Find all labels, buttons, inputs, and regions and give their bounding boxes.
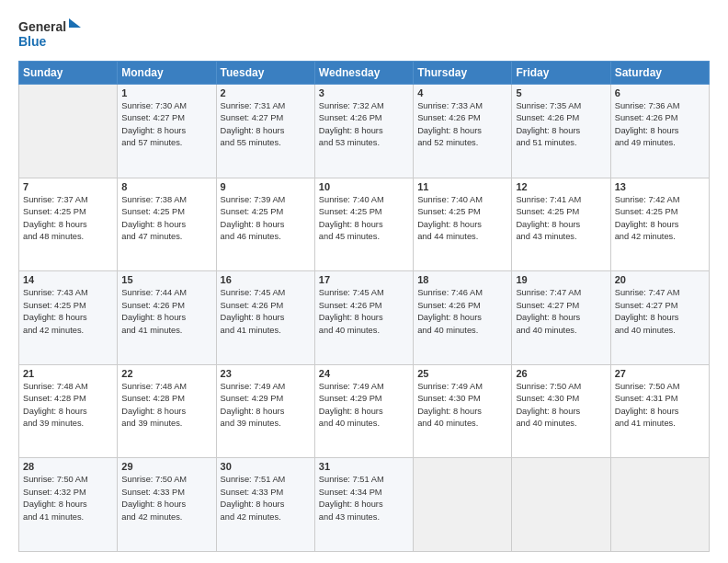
- weekday-header-tuesday: Tuesday: [216, 62, 314, 85]
- day-number: 28: [23, 461, 113, 472]
- calendar-cell: 27Sunrise: 7:50 AM Sunset: 4:31 PM Dayli…: [610, 364, 709, 458]
- cell-content: Sunrise: 7:47 AM Sunset: 4:27 PM Dayligh…: [516, 287, 606, 337]
- day-number: 21: [23, 368, 113, 379]
- calendar-week-1: 1Sunrise: 7:30 AM Sunset: 4:27 PM Daylig…: [19, 85, 710, 178]
- day-number: 26: [516, 368, 606, 379]
- cell-content: Sunrise: 7:49 AM Sunset: 4:29 PM Dayligh…: [319, 381, 409, 431]
- calendar-cell: 20Sunrise: 7:47 AM Sunset: 4:27 PM Dayli…: [610, 271, 709, 365]
- day-number: 9: [221, 181, 311, 192]
- day-number: 17: [319, 274, 409, 285]
- svg-marker-0: [69, 18, 81, 28]
- cell-content: Sunrise: 7:31 AM Sunset: 4:27 PM Dayligh…: [221, 100, 311, 150]
- day-number: 12: [516, 181, 606, 192]
- day-number: 20: [615, 274, 705, 285]
- calendar-table: SundayMondayTuesdayWednesdayThursdayFrid…: [18, 61, 710, 552]
- cell-content: Sunrise: 7:45 AM Sunset: 4:26 PM Dayligh…: [221, 287, 311, 337]
- calendar-week-4: 21Sunrise: 7:48 AM Sunset: 4:28 PM Dayli…: [19, 364, 710, 458]
- day-number: 15: [121, 274, 211, 285]
- calendar-cell: 17Sunrise: 7:45 AM Sunset: 4:26 PM Dayli…: [314, 271, 413, 365]
- calendar-cell: 14Sunrise: 7:43 AM Sunset: 4:25 PM Dayli…: [19, 271, 118, 365]
- weekday-header-friday: Friday: [512, 62, 610, 85]
- day-number: 10: [319, 181, 409, 192]
- cell-content: Sunrise: 7:51 AM Sunset: 4:33 PM Dayligh…: [221, 474, 311, 523]
- day-number: 19: [516, 274, 606, 285]
- cell-content: Sunrise: 7:49 AM Sunset: 4:30 PM Dayligh…: [417, 381, 507, 431]
- weekday-header-wednesday: Wednesday: [314, 62, 413, 85]
- day-number: 4: [417, 87, 507, 98]
- day-number: 8: [121, 181, 211, 192]
- calendar-cell: [19, 85, 118, 178]
- calendar-cell: 24Sunrise: 7:49 AM Sunset: 4:29 PM Dayli…: [314, 364, 413, 458]
- calendar-cell: 13Sunrise: 7:42 AM Sunset: 4:25 PM Dayli…: [610, 178, 709, 271]
- calendar-cell: 16Sunrise: 7:45 AM Sunset: 4:26 PM Dayli…: [216, 271, 314, 365]
- svg-text:General: General: [18, 19, 66, 34]
- weekday-header-monday: Monday: [118, 62, 216, 85]
- cell-content: Sunrise: 7:30 AM Sunset: 4:27 PM Dayligh…: [121, 100, 211, 150]
- cell-content: Sunrise: 7:41 AM Sunset: 4:25 PM Dayligh…: [516, 194, 606, 244]
- calendar-cell: 28Sunrise: 7:50 AM Sunset: 4:32 PM Dayli…: [19, 458, 118, 552]
- day-number: 6: [615, 87, 705, 98]
- calendar-cell: 30Sunrise: 7:51 AM Sunset: 4:33 PM Dayli…: [216, 458, 314, 552]
- calendar-cell: 11Sunrise: 7:40 AM Sunset: 4:25 PM Dayli…: [414, 178, 512, 271]
- calendar-cell: 19Sunrise: 7:47 AM Sunset: 4:27 PM Dayli…: [512, 271, 610, 365]
- day-number: 13: [615, 181, 705, 192]
- calendar-cell: 15Sunrise: 7:44 AM Sunset: 4:26 PM Dayli…: [118, 271, 216, 365]
- day-number: 29: [121, 461, 211, 472]
- cell-content: Sunrise: 7:50 AM Sunset: 4:32 PM Dayligh…: [23, 474, 113, 523]
- weekday-header-sunday: Sunday: [19, 62, 118, 85]
- day-number: 14: [23, 274, 113, 285]
- cell-content: Sunrise: 7:36 AM Sunset: 4:26 PM Dayligh…: [615, 100, 705, 150]
- day-number: 1: [121, 87, 211, 98]
- calendar-cell: [512, 458, 610, 552]
- cell-content: Sunrise: 7:39 AM Sunset: 4:25 PM Dayligh…: [221, 194, 311, 244]
- cell-content: Sunrise: 7:38 AM Sunset: 4:25 PM Dayligh…: [121, 194, 211, 244]
- cell-content: Sunrise: 7:45 AM Sunset: 4:26 PM Dayligh…: [319, 287, 409, 337]
- calendar-cell: [414, 458, 512, 552]
- calendar-cell: 12Sunrise: 7:41 AM Sunset: 4:25 PM Dayli…: [512, 178, 610, 271]
- day-number: 7: [23, 181, 113, 192]
- calendar-cell: 1Sunrise: 7:30 AM Sunset: 4:27 PM Daylig…: [118, 85, 216, 178]
- day-number: 3: [319, 87, 409, 98]
- calendar-cell: [610, 458, 709, 552]
- day-number: 11: [417, 181, 507, 192]
- cell-content: Sunrise: 7:43 AM Sunset: 4:25 PM Dayligh…: [23, 287, 113, 337]
- day-number: 18: [417, 274, 507, 285]
- day-number: 5: [516, 87, 606, 98]
- cell-content: Sunrise: 7:40 AM Sunset: 4:25 PM Dayligh…: [417, 194, 507, 244]
- weekday-header-saturday: Saturday: [610, 62, 709, 85]
- cell-content: Sunrise: 7:50 AM Sunset: 4:30 PM Dayligh…: [516, 381, 606, 431]
- cell-content: Sunrise: 7:46 AM Sunset: 4:26 PM Dayligh…: [417, 287, 507, 337]
- calendar-cell: 6Sunrise: 7:36 AM Sunset: 4:26 PM Daylig…: [610, 85, 709, 178]
- header: GeneralBlue: [18, 17, 710, 52]
- logo-svg: GeneralBlue: [18, 17, 83, 52]
- weekday-header-row: SundayMondayTuesdayWednesdayThursdayFrid…: [19, 62, 710, 85]
- cell-content: Sunrise: 7:44 AM Sunset: 4:26 PM Dayligh…: [121, 287, 211, 337]
- page: GeneralBlue SundayMondayTuesdayWednesday…: [0, 0, 728, 563]
- calendar-week-3: 14Sunrise: 7:43 AM Sunset: 4:25 PM Dayli…: [19, 271, 710, 365]
- cell-content: Sunrise: 7:50 AM Sunset: 4:33 PM Dayligh…: [121, 474, 211, 523]
- calendar-cell: 2Sunrise: 7:31 AM Sunset: 4:27 PM Daylig…: [216, 85, 314, 178]
- calendar-cell: 22Sunrise: 7:48 AM Sunset: 4:28 PM Dayli…: [118, 364, 216, 458]
- calendar-cell: 26Sunrise: 7:50 AM Sunset: 4:30 PM Dayli…: [512, 364, 610, 458]
- day-number: 25: [417, 368, 507, 379]
- calendar-week-5: 28Sunrise: 7:50 AM Sunset: 4:32 PM Dayli…: [19, 458, 710, 552]
- cell-content: Sunrise: 7:48 AM Sunset: 4:28 PM Dayligh…: [121, 381, 211, 431]
- day-number: 23: [221, 368, 311, 379]
- cell-content: Sunrise: 7:51 AM Sunset: 4:34 PM Dayligh…: [319, 474, 409, 523]
- calendar-cell: 8Sunrise: 7:38 AM Sunset: 4:25 PM Daylig…: [118, 178, 216, 271]
- calendar-cell: 5Sunrise: 7:35 AM Sunset: 4:26 PM Daylig…: [512, 85, 610, 178]
- day-number: 30: [221, 461, 311, 472]
- calendar-cell: 18Sunrise: 7:46 AM Sunset: 4:26 PM Dayli…: [414, 271, 512, 365]
- calendar-cell: 9Sunrise: 7:39 AM Sunset: 4:25 PM Daylig…: [216, 178, 314, 271]
- weekday-header-thursday: Thursday: [414, 62, 512, 85]
- day-number: 24: [319, 368, 409, 379]
- calendar-cell: 7Sunrise: 7:37 AM Sunset: 4:25 PM Daylig…: [19, 178, 118, 271]
- calendar-cell: 3Sunrise: 7:32 AM Sunset: 4:26 PM Daylig…: [314, 85, 413, 178]
- calendar-cell: 29Sunrise: 7:50 AM Sunset: 4:33 PM Dayli…: [118, 458, 216, 552]
- day-number: 22: [121, 368, 211, 379]
- calendar-cell: 21Sunrise: 7:48 AM Sunset: 4:28 PM Dayli…: [19, 364, 118, 458]
- day-number: 2: [221, 87, 311, 98]
- cell-content: Sunrise: 7:37 AM Sunset: 4:25 PM Dayligh…: [23, 194, 113, 244]
- calendar-cell: 4Sunrise: 7:33 AM Sunset: 4:26 PM Daylig…: [414, 85, 512, 178]
- calendar-cell: 23Sunrise: 7:49 AM Sunset: 4:29 PM Dayli…: [216, 364, 314, 458]
